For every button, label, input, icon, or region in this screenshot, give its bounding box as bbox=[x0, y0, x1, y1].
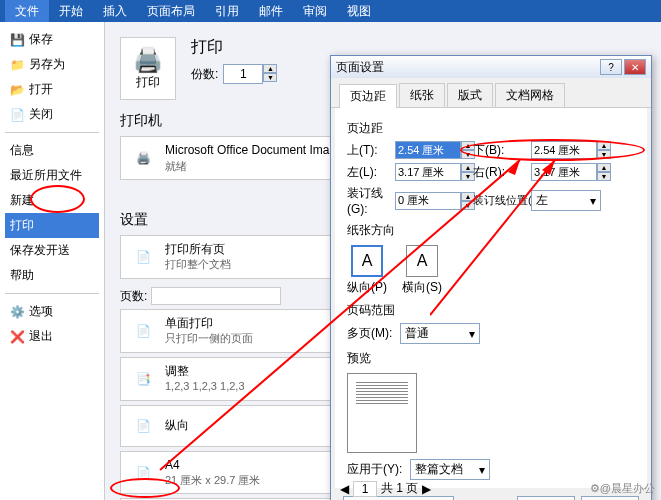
pages-group-label: 页码范围 bbox=[347, 302, 635, 319]
sidebar-label: 打印 bbox=[10, 217, 34, 234]
dialog-title-text: 页面设置 bbox=[336, 59, 384, 76]
multipage-select[interactable]: 普通▾ bbox=[400, 323, 480, 344]
gutter-pos-label: 装订线位置(U): bbox=[473, 193, 523, 208]
margin-right-input[interactable] bbox=[531, 163, 597, 181]
dialog-titlebar[interactable]: 页面设置 ? ✕ bbox=[331, 56, 651, 78]
sidebar-label: 新建 bbox=[10, 192, 34, 209]
copies-label: 份数: bbox=[191, 66, 218, 83]
open-icon: 📂 bbox=[10, 83, 24, 97]
orientation-group-label: 纸张方向 bbox=[347, 222, 635, 239]
sidebar-label: 退出 bbox=[29, 328, 53, 345]
sidebar-item-new[interactable]: 新建 bbox=[5, 188, 99, 213]
page-input[interactable] bbox=[353, 481, 377, 497]
cancel-button[interactable]: 取消 bbox=[581, 496, 639, 500]
tab-margins[interactable]: 页边距 bbox=[339, 84, 397, 108]
spin-down-icon[interactable]: ▼ bbox=[597, 172, 611, 181]
print-btn-label: 打印 bbox=[136, 74, 160, 91]
ribbon-tab-review[interactable]: 审阅 bbox=[293, 0, 337, 23]
multipage-label: 多页(M): bbox=[347, 325, 392, 342]
spin-up-icon[interactable]: ▲ bbox=[597, 163, 611, 172]
margins-group-label: 页边距 bbox=[347, 120, 635, 137]
sidebar-item-info[interactable]: 信息 bbox=[5, 138, 99, 163]
ribbon-tab-references[interactable]: 引用 bbox=[205, 0, 249, 23]
page-icon: 📄 bbox=[129, 317, 157, 345]
gutter-pos-value: 左 bbox=[536, 192, 548, 209]
sidebar-item-exit[interactable]: ❌退出 bbox=[5, 324, 99, 349]
backstage-sidebar: 💾保存 📁另存为 📂打开 📄关闭 信息 最近所用文件 新建 打印 保存发开送 帮… bbox=[0, 22, 105, 500]
ribbon-tab-file[interactable]: 文件 bbox=[5, 0, 49, 23]
sidebar-item-recent[interactable]: 最近所用文件 bbox=[5, 163, 99, 188]
sidebar-item-saveas[interactable]: 📁另存为 bbox=[5, 52, 99, 77]
exit-icon: ❌ bbox=[10, 330, 24, 344]
close-button[interactable]: ✕ bbox=[624, 59, 646, 75]
orient-label: 横向(S) bbox=[402, 279, 442, 296]
options-icon: ⚙️ bbox=[10, 305, 24, 319]
tab-layout[interactable]: 版式 bbox=[447, 83, 493, 107]
sidebar-label: 另存为 bbox=[29, 56, 65, 73]
copies-input[interactable] bbox=[223, 64, 263, 84]
sidebar-label: 打开 bbox=[29, 81, 53, 98]
apply-select[interactable]: 整篇文档▾ bbox=[410, 459, 490, 480]
preview-thumbnail bbox=[347, 373, 417, 453]
page-navigator: ◀ 共 1 页 ▶ bbox=[340, 480, 431, 497]
sidebar-label: 保存发开送 bbox=[10, 242, 70, 259]
sidebar-label: 信息 bbox=[10, 142, 34, 159]
apply-label: 应用于(Y): bbox=[347, 461, 402, 478]
ribbon-tab-insert[interactable]: 插入 bbox=[93, 0, 137, 23]
ribbon-tab-home[interactable]: 开始 bbox=[49, 0, 93, 23]
tab-grid[interactable]: 文档网格 bbox=[495, 83, 565, 107]
sidebar-item-save[interactable]: 💾保存 bbox=[5, 27, 99, 52]
ribbon-tab-layout[interactable]: 页面布局 bbox=[137, 0, 205, 23]
sidebar-item-print[interactable]: 打印 bbox=[5, 213, 99, 238]
multipage-value: 普通 bbox=[405, 325, 429, 342]
print-button[interactable]: 🖨️ 打印 bbox=[120, 37, 176, 100]
spin-up-icon[interactable]: ▲ bbox=[597, 141, 611, 150]
help-button[interactable]: ? bbox=[600, 59, 622, 75]
spin-down-icon[interactable]: ▼ bbox=[597, 150, 611, 159]
gutter-label: 装订线(G): bbox=[347, 185, 387, 216]
right-label: 右(R): bbox=[473, 164, 523, 181]
tab-paper[interactable]: 纸张 bbox=[399, 83, 445, 107]
sidebar-item-close[interactable]: 📄关闭 bbox=[5, 102, 99, 127]
next-page-button[interactable]: ▶ bbox=[422, 482, 431, 496]
collate-icon: 📑 bbox=[129, 365, 157, 393]
dropdown-icon: ▾ bbox=[469, 327, 475, 341]
watermark: ⚙@晨星办公 bbox=[590, 481, 655, 496]
ribbon-tab-mail[interactable]: 邮件 bbox=[249, 0, 293, 23]
printer-icon: 🖨️ bbox=[133, 46, 163, 74]
sidebar-item-help[interactable]: 帮助 bbox=[5, 263, 99, 288]
dropdown-icon: ▾ bbox=[479, 463, 485, 477]
gutter-input[interactable] bbox=[395, 192, 461, 210]
pages-label: 页数: bbox=[120, 289, 147, 303]
left-label: 左(L): bbox=[347, 164, 387, 181]
sidebar-item-options[interactable]: ⚙️选项 bbox=[5, 299, 99, 324]
page-total: 共 1 页 bbox=[381, 480, 418, 497]
orient-label: 纵向(P) bbox=[347, 279, 387, 296]
sidebar-label: 选项 bbox=[29, 303, 53, 320]
ok-button[interactable]: 确定 bbox=[517, 496, 575, 500]
ribbon-tabbar: 文件 开始 插入 页面布局 引用 邮件 审阅 视图 bbox=[0, 0, 661, 22]
pages-input[interactable] bbox=[151, 287, 281, 305]
close-icon: 📄 bbox=[10, 108, 24, 122]
sidebar-item-savesend[interactable]: 保存发开送 bbox=[5, 238, 99, 263]
gutter-pos-select[interactable]: 左▾ bbox=[531, 190, 601, 211]
spin-down-icon[interactable]: ▼ bbox=[263, 73, 277, 82]
prev-page-button[interactable]: ◀ bbox=[340, 482, 349, 496]
paper-icon: 📄 bbox=[129, 459, 157, 487]
spin-up-icon[interactable]: ▲ bbox=[263, 64, 277, 73]
printer-device-icon: 🖨️ bbox=[129, 144, 157, 172]
orient-portrait[interactable]: A纵向(P) bbox=[347, 245, 387, 296]
dropdown-icon: ▾ bbox=[590, 194, 596, 208]
margin-bottom-input[interactable] bbox=[531, 141, 597, 159]
margin-left-input[interactable] bbox=[395, 163, 461, 181]
sidebar-item-open[interactable]: 📂打开 bbox=[5, 77, 99, 102]
dialog-tabs: 页边距 纸张 版式 文档网格 bbox=[331, 78, 651, 108]
ribbon-tab-view[interactable]: 视图 bbox=[337, 0, 381, 23]
page-setup-dialog: 页面设置 ? ✕ 页边距 纸张 版式 文档网格 页边距 上(T): ▲▼ 下(B… bbox=[330, 55, 652, 500]
save-icon: 💾 bbox=[10, 33, 24, 47]
apply-value: 整篇文档 bbox=[415, 461, 463, 478]
sidebar-label: 帮助 bbox=[10, 267, 34, 284]
orient-landscape[interactable]: A横向(S) bbox=[402, 245, 442, 296]
sidebar-label: 关闭 bbox=[29, 106, 53, 123]
margin-top-input[interactable] bbox=[395, 141, 461, 159]
